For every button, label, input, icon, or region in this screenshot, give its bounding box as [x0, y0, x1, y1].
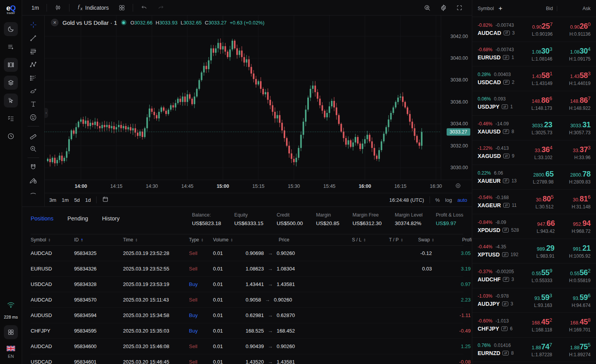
range-5d[interactable]: 5d: [74, 197, 80, 203]
position-row[interactable]: USDCAD958343282025.03.19 23:53:19Buy0.01…: [31, 277, 463, 292]
ask-column-label[interactable]: Ask: [557, 6, 591, 11]
magnet-tool-icon[interactable]: [27, 161, 40, 173]
close-icon[interactable]: ✕: [51, 19, 59, 26]
watchlist-row-xagusd[interactable]: -1.22%-0.413XAGUSD⇄933.364L:33.10233.373…: [472, 140, 596, 165]
column-header-id[interactable]: ID▲▼: [74, 237, 123, 243]
layout-icon[interactable]: [4, 58, 18, 72]
watchlist-row-audchf[interactable]: -0.37%-0.00205AUDCHF⇄30.55559L:0.553330.…: [472, 263, 596, 288]
candlestick-chart[interactable]: [45, 16, 441, 180]
checklist-icon[interactable]: [4, 111, 18, 125]
watchlist-row-eurnzd[interactable]: 0.76%0.01416EURNZD⇄81.88747L:1.872281.88…: [472, 338, 596, 362]
position-row[interactable]: AUDUSD958345942025.03.20 15:34:58Buy0.01…: [31, 308, 463, 323]
position-row[interactable]: EURUSD958343262025.03.19 23:52:55Sell0.0…: [31, 261, 463, 277]
watchlist-row-xpdusd[interactable]: -0.84%-8.09XPDUSD⇄528947.66L:943.42952.9…: [472, 214, 596, 239]
fullscreen-icon[interactable]: [452, 3, 466, 12]
settings-gear-icon[interactable]: [436, 3, 451, 13]
position-row[interactable]: AUDCAD958345702025.03.20 15:11:43Sell0.0…: [31, 292, 463, 308]
trendline-tool-icon[interactable]: [27, 32, 40, 44]
bid-quote: 947.66L:943.42: [519, 218, 554, 234]
language-label[interactable]: EN: [8, 354, 14, 359]
position-row[interactable]: AUDCAD958346002025.03.20 15:46:08Sell0.0…: [31, 339, 463, 354]
chart-pane[interactable]: ‹ ✕ Gold vs US Dollar · 1 O3032.66 H3033…: [45, 16, 472, 206]
session-high: H:1.44019: [553, 81, 591, 86]
uk-flag-icon[interactable]: [7, 346, 15, 352]
fib-tool-icon[interactable]: [27, 45, 40, 57]
candles-icon[interactable]: [51, 3, 65, 12]
percent-change: -0.84%: [478, 220, 492, 225]
go-to-date-icon[interactable]: [102, 196, 109, 204]
redo-icon[interactable]: [154, 3, 168, 12]
clock-icon[interactable]: [4, 129, 18, 143]
watchlist-row-chfjpy[interactable]: -0.60%-1.013CHFJPY⇄6168.452L:168.118168.…: [472, 313, 596, 338]
watchlist-row-audjpy[interactable]: -1.03%-0.978AUDJPY⇄393.593L:93.16393.596…: [472, 288, 596, 313]
lock-drawings-tool-icon[interactable]: [27, 174, 40, 186]
watchlist-row-xageur[interactable]: -0.54%-0.168XAGEUR⇄1130.805L:30.51230.81…: [472, 190, 596, 215]
log-scale-button[interactable]: log: [445, 197, 452, 203]
price-axis[interactable]: 3042.003040.003038.003036.003034.003032.…: [441, 16, 472, 180]
hide-drawings-tool-icon[interactable]: [27, 187, 40, 199]
position-row[interactable]: CHFJPY958345952025.03.20 15:35:03Buy0.01…: [31, 323, 463, 339]
column-header-symbol[interactable]: Symbol▲▼: [31, 237, 74, 243]
ruler-tool-icon[interactable]: [27, 129, 40, 142]
range-3m[interactable]: 3m: [49, 197, 56, 203]
crosshair-tool-icon[interactable]: [27, 19, 40, 31]
watchlist-row-xaueur[interactable]: 0.22%6.06XAUEUR⇄132800.65L:2789.982800.7…: [472, 165, 596, 190]
cursor-icon[interactable]: [4, 94, 18, 107]
sort-icon[interactable]: ▲▼: [230, 238, 233, 242]
undo-icon[interactable]: [137, 3, 151, 12]
add-symbol-button[interactable]: +: [499, 5, 502, 12]
watchlist-row-xauusd[interactable]: -0.46%-14.09XAUUSD⇄83033.23L:3025.733033…: [472, 116, 596, 140]
apps-grid-icon[interactable]: [4, 325, 18, 339]
ask-quote: 952.94H:968.72: [555, 218, 591, 234]
column-header-swap[interactable]: Swap▲▼: [403, 237, 434, 243]
tab-pending[interactable]: Pending: [68, 215, 88, 222]
column-header-type[interactable]: Type▲▼: [189, 237, 213, 243]
sort-icon[interactable]: ▲▼: [201, 238, 203, 242]
column-header-s-l[interactable]: S / L▲▼: [328, 237, 366, 243]
watchlist-row-eurusd[interactable]: -0.68%-0.00743EURUSD⇄11.08303L:1.081461.…: [472, 42, 596, 67]
positions-count: 192: [511, 252, 518, 257]
indicators-button[interactable]: ƒx Indicators: [73, 2, 113, 13]
watchlist-row-audcad[interactable]: -0.82%-0.00743AUDCAD⇄30.90257L:0.901960.…: [472, 17, 596, 42]
column-header-volume[interactable]: Volume▲▼: [213, 237, 240, 243]
column-header-price[interactable]: Price: [240, 237, 328, 243]
watchlist-add-icon[interactable]: [4, 40, 18, 54]
position-row[interactable]: AUDCAD958343252025.03.19 23:52:28Sell0.0…: [31, 246, 463, 261]
tab-history[interactable]: History: [102, 215, 120, 222]
watchlist-row-usdcad[interactable]: 0.28%0.00403USDCAD⇄21.43581L:1.431491.43…: [472, 66, 596, 91]
timeframe-button[interactable]: 1m: [28, 3, 43, 12]
auto-scale-button[interactable]: auto: [457, 197, 467, 203]
axis-settings-gear-icon[interactable]: [455, 183, 461, 190]
column-header-time[interactable]: Time▲▼: [123, 237, 189, 243]
text-tool-icon[interactable]: [27, 98, 40, 110]
collapse-toolbar-handle[interactable]: ‹: [44, 108, 48, 118]
moon-icon[interactable]: [4, 22, 18, 36]
emoji-tool-icon[interactable]: [27, 111, 40, 123]
brush-tool-icon[interactable]: [27, 85, 40, 97]
column-header-t-p[interactable]: T / P▲▼: [366, 237, 403, 243]
watchlist-row-usdjpy[interactable]: 0.06%0.093USDJPY⇄1148.866L:148.173148.86…: [472, 91, 596, 116]
position-row[interactable]: USDCAD958346012025.03.20 15:46:45Sell0.0…: [31, 354, 463, 364]
pattern-tool-icon[interactable]: [27, 58, 40, 71]
app-logo[interactable]: eQ trader: [2, 4, 19, 15]
time-axis[interactable]: 14:0014:1514:3014:4515:0015:1515:3015:45…: [45, 180, 472, 193]
range-1d[interactable]: 1d: [85, 197, 91, 203]
abs-change: -0.978: [496, 293, 509, 299]
sort-icon[interactable]: ▲▼: [48, 238, 50, 242]
flash-search-icon[interactable]: [420, 3, 435, 13]
symbol-name: XPTUSD: [478, 251, 500, 258]
layers-icon[interactable]: [4, 76, 18, 90]
column-header-profit[interactable]: Profit: [434, 237, 473, 243]
bid-column-label[interactable]: Bid: [520, 6, 557, 11]
range-1m[interactable]: 1m: [62, 197, 69, 203]
zoom-in-tool-icon[interactable]: [27, 142, 40, 155]
clock-utc[interactable]: 16:24:48 (UTC): [389, 197, 424, 203]
symbol-title[interactable]: Gold vs US Dollar · 1: [62, 19, 117, 26]
tab-positions[interactable]: Positions: [31, 215, 54, 222]
sort-icon[interactable]: ▲▼: [81, 238, 83, 242]
watchlist-row-xptusd[interactable]: -0.44%-4.35XPTUSD⇄192989.29L:983.91991.2…: [472, 239, 596, 264]
grid-layout-icon[interactable]: [115, 3, 129, 12]
forecast-tool-icon[interactable]: [27, 71, 40, 84]
percent-scale-button[interactable]: %: [435, 197, 440, 203]
sort-icon[interactable]: ▲▼: [135, 238, 137, 242]
